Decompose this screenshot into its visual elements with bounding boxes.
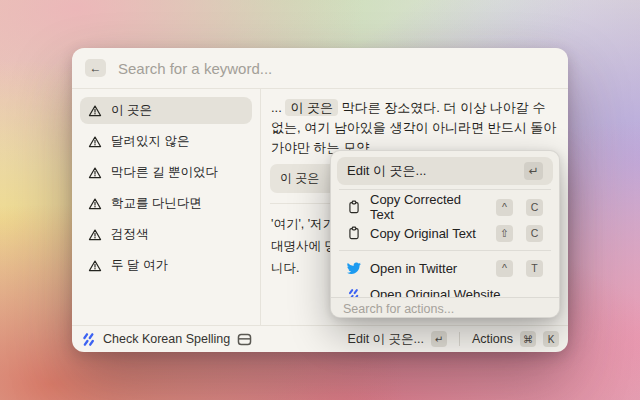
app-logo-icon — [81, 332, 96, 347]
menu-item-open-twitter[interactable]: Open in Twitter ^ T — [337, 255, 553, 281]
menu-item-open-website[interactable]: Open Original Website — [337, 281, 553, 297]
menu-item-label: Edit 이 곳은... — [347, 162, 426, 180]
list-item-label: 달려있지 않은 — [111, 133, 189, 150]
results-list: 이 곳은 달려있지 않은 막다른 길 뿐이었다 학교를 다닌다면 검정색 두 달… — [72, 89, 261, 325]
app-window: ← Search for a keyword... 이 곳은 달려있지 않은 막… — [72, 48, 568, 352]
t-key-badge: T — [526, 260, 543, 277]
list-item-label: 이 곳은 — [111, 102, 152, 119]
actions-menu-list: Edit 이 곳은... ↵ Copy Corrected Text ^ C C… — [331, 151, 559, 297]
list-item-label: 검정색 — [111, 226, 149, 243]
clipboard-icon — [347, 200, 361, 214]
warning-triangle-icon — [88, 197, 102, 211]
menu-item-copy-original[interactable]: Copy Original Text ⇧ C — [337, 220, 553, 246]
warning-triangle-icon — [88, 259, 102, 273]
list-item-label: 두 달 여가 — [111, 257, 168, 274]
app-logo-icon — [347, 287, 361, 297]
menu-divider — [339, 189, 551, 190]
actions-search-input[interactable]: Search for actions... — [331, 297, 559, 318]
list-item[interactable]: 이 곳은 — [80, 97, 252, 124]
clipboard-icon — [347, 226, 361, 240]
shift-key-badge: ⇧ — [496, 225, 513, 242]
k-key-badge: K — [543, 331, 559, 347]
footer-divider — [459, 332, 460, 346]
list-item-label: 막다른 길 뿐이었다 — [111, 164, 218, 181]
actions-menu: Edit 이 곳은... ↵ Copy Corrected Text ^ C C… — [330, 150, 560, 318]
command-title: Check Korean Spelling — [103, 332, 230, 346]
footer-bar: Check Korean Spelling Edit 이 곳은... ↵ Act… — [72, 325, 568, 352]
return-key-badge: ↵ — [524, 162, 543, 180]
list-item[interactable]: 학교를 다닌다면 — [80, 190, 252, 217]
c-key-badge: C — [526, 225, 543, 242]
list-item[interactable]: 검정색 — [80, 221, 252, 248]
warning-triangle-icon — [88, 228, 102, 242]
actions-search-placeholder: Search for actions... — [343, 302, 454, 316]
original-word: 이 곳은 — [280, 170, 319, 187]
menu-item-label: Copy Corrected Text — [370, 192, 478, 222]
menu-item-label: Open in Twitter — [370, 261, 457, 276]
menu-item-edit[interactable]: Edit 이 곳은... ↵ — [337, 157, 553, 185]
context-paragraph: ... 이 곳은 막다른 장소였다. 더 이상 나아갈 수 없는, 여기 남아있… — [271, 98, 558, 158]
warning-triangle-icon — [88, 104, 102, 118]
c-key-badge: C — [526, 199, 543, 216]
menu-item-label: Open Original Website — [370, 287, 501, 298]
warning-triangle-icon — [88, 166, 102, 180]
twitter-bird-icon — [347, 261, 361, 275]
warning-triangle-icon — [88, 135, 102, 149]
list-item[interactable]: 막다른 길 뿐이었다 — [80, 159, 252, 186]
menu-item-copy-corrected[interactable]: Copy Corrected Text ^ C — [337, 194, 553, 220]
return-key-badge: ↵ — [431, 331, 447, 347]
menu-item-label: Copy Original Text — [370, 226, 476, 241]
menu-divider — [339, 250, 551, 251]
cmd-key-badge: ⌘ — [520, 331, 536, 347]
highlighted-word: 이 곳은 — [285, 99, 338, 116]
arrow-left-icon: ← — [90, 61, 102, 75]
ctrl-key-badge: ^ — [496, 199, 513, 216]
ctrl-key-badge: ^ — [496, 260, 513, 277]
list-item-label: 학교를 다닌다면 — [111, 195, 202, 212]
list-item[interactable]: 달려있지 않은 — [80, 128, 252, 155]
list-item[interactable]: 두 달 여가 — [80, 252, 252, 279]
back-button[interactable]: ← — [85, 59, 106, 77]
primary-action-label[interactable]: Edit 이 곳은... — [348, 331, 424, 348]
actions-button[interactable]: Actions — [472, 332, 513, 346]
search-input[interactable]: Search for a keyword... — [118, 60, 272, 77]
search-bar: ← Search for a keyword... — [72, 48, 568, 89]
context-prefix: ... — [271, 100, 282, 115]
card-icon[interactable] — [237, 333, 252, 346]
